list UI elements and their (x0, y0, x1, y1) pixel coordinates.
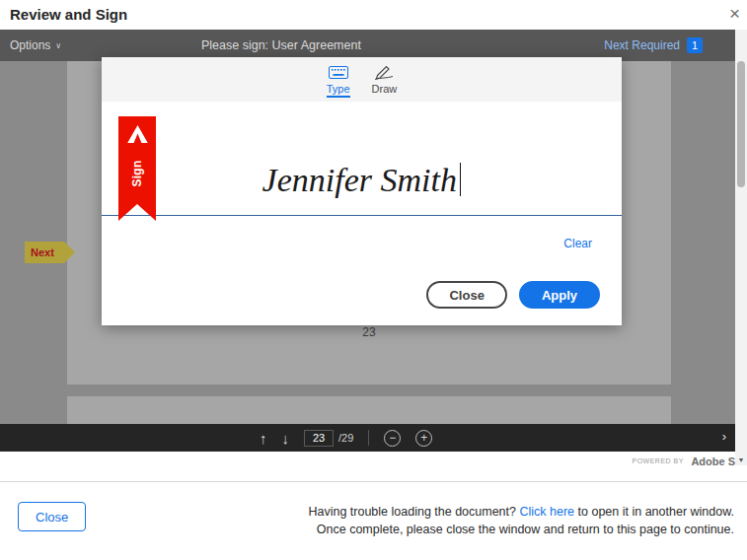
review-and-sign-window: Review and Sign × Options ∨ Please sign:… (0, 0, 747, 560)
scrollbar[interactable]: ▾ (735, 30, 747, 465)
page-indicator: /29 (304, 430, 353, 447)
signature-baseline (102, 215, 622, 216)
chevron-down-icon: ∨ (55, 41, 61, 50)
signature-text: Jennifer Smith (262, 162, 457, 198)
page-down-icon[interactable]: ↓ (282, 430, 290, 447)
tab-type[interactable]: Type (327, 65, 350, 102)
ribbon-label: Sign (130, 160, 144, 186)
next-required-label: Next Required (604, 38, 680, 52)
pdf-controls: ↑ ↓ /29 − + (260, 424, 432, 452)
dialog-close-button[interactable]: Close (426, 281, 506, 309)
scroll-down-icon[interactable]: ▾ (735, 455, 747, 464)
options-label: Options (10, 38, 50, 52)
footer: Close Having trouble loading the documen… (0, 481, 747, 560)
page-total-label: /29 (338, 432, 353, 444)
dialog-buttons: Close Apply (426, 281, 600, 309)
tab-draw[interactable]: Draw (372, 65, 398, 102)
help-text: Having trouble loading the document? Cli… (308, 503, 734, 538)
page-number-input[interactable] (304, 430, 334, 447)
adobe-wordmark: Adobe S (691, 455, 735, 466)
next-tag-label: Next (25, 242, 64, 263)
footer-close-button[interactable]: Close (18, 502, 86, 531)
next-required-badge: 1 (687, 37, 703, 53)
powered-by-strip: POWERED BY Adobe S (0, 452, 735, 466)
apply-button[interactable]: Apply (519, 281, 600, 309)
page-up-icon[interactable]: ↑ (260, 430, 267, 447)
close-icon[interactable]: × (729, 3, 740, 25)
page-number-label: 23 (67, 325, 671, 339)
toolbar-divider (368, 430, 369, 446)
titlebar: Review and Sign × (0, 0, 747, 30)
adobe-logo-icon (127, 125, 148, 143)
text-cursor (460, 163, 462, 196)
help-text-1a: Having trouble loading the document? (308, 505, 516, 519)
signature-dialog: Type Draw Jennifer Smith Sign Cl (102, 57, 622, 325)
help-line-2: Once complete, please close the window a… (308, 521, 734, 538)
powered-by-label: POWERED BY (632, 457, 683, 464)
zoom-out-icon[interactable]: − (384, 430, 401, 447)
clear-link[interactable]: Clear (563, 237, 592, 250)
signature-tabs: Type Draw (102, 57, 622, 102)
tab-type-label: Type (327, 83, 350, 98)
next-field-tag[interactable]: Next (25, 242, 64, 263)
tab-draw-label: Draw (372, 83, 398, 95)
options-menu[interactable]: Options ∨ (10, 30, 61, 61)
click-here-link[interactable]: Click here (519, 505, 574, 519)
document-page-next (67, 396, 671, 424)
window-title: Review and Sign (10, 6, 127, 23)
signature-field[interactable]: Jennifer Smith (102, 162, 622, 199)
help-line-1: Having trouble loading the document? Cli… (308, 503, 734, 521)
help-text-1b: to open it in another window. (578, 505, 734, 519)
pdf-toolbar: ↑ ↓ /29 − + › (0, 424, 735, 452)
toolbar-expand-icon[interactable]: › (722, 429, 726, 444)
zoom-in-icon[interactable]: + (415, 430, 432, 447)
scrollbar-thumb[interactable] (737, 61, 745, 187)
pen-icon (374, 65, 394, 80)
adobe-sign-ribbon: Sign (118, 116, 156, 221)
keyboard-icon (329, 65, 348, 80)
